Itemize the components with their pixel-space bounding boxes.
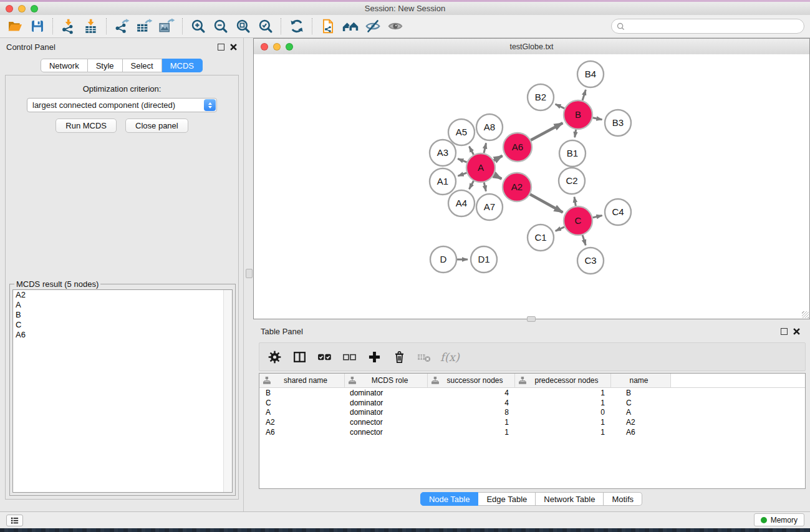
tab-mcds[interactable]: MCDS: [162, 59, 203, 72]
zoom-fit-icon[interactable]: [232, 16, 254, 36]
tab-select[interactable]: Select: [123, 59, 162, 72]
export-table-icon[interactable]: [133, 16, 156, 36]
tab-node-table[interactable]: Node Table: [420, 492, 479, 506]
table-settings-gear-icon[interactable]: [263, 346, 286, 368]
open-session-icon[interactable]: [4, 16, 26, 36]
graph-node-C2[interactable]: C2: [559, 168, 585, 194]
hide-selected-eye-icon[interactable]: [362, 16, 384, 36]
first-neighbors-icon[interactable]: [339, 16, 362, 36]
search-input[interactable]: [628, 21, 799, 31]
zoom-selected-icon[interactable]: [254, 16, 277, 36]
edge-B-B1[interactable]: [575, 130, 576, 138]
edge-A-A4[interactable]: [469, 181, 473, 189]
graph-node-D[interactable]: D: [430, 246, 456, 273]
edge-C-C2[interactable]: [574, 197, 576, 206]
graph-node-A4[interactable]: A4: [448, 190, 475, 216]
graph-node-D1[interactable]: D1: [471, 246, 497, 273]
show-graphics-details-eye-icon[interactable]: [384, 16, 407, 36]
tab-edge-table[interactable]: Edge Table: [478, 492, 536, 506]
splitter-grip[interactable]: [527, 316, 536, 322]
column-header-predecessor-nodes[interactable]: predecessor nodes: [515, 374, 611, 387]
close-panel-button[interactable]: Close panel: [125, 118, 188, 133]
mcds-result-item[interactable]: A6: [13, 330, 232, 340]
edge-A-A7[interactable]: [484, 182, 486, 191]
refresh-icon[interactable]: [286, 16, 308, 36]
graph-node-C4[interactable]: C4: [605, 199, 631, 225]
graph-node-A[interactable]: A: [466, 153, 495, 182]
edge-C-C1[interactable]: [556, 227, 564, 231]
graph-node-A6[interactable]: A6: [503, 133, 532, 162]
new-network-from-selection-icon[interactable]: [317, 16, 339, 36]
graph-node-A3[interactable]: A3: [430, 140, 456, 166]
mcds-result-item[interactable]: B: [13, 310, 232, 320]
mcds-result-item[interactable]: C: [13, 320, 232, 330]
edge-A-A3[interactable]: [458, 159, 466, 163]
table-row[interactable]: A6connector11A6: [259, 427, 805, 437]
graph-node-B4[interactable]: B4: [577, 61, 604, 87]
float-panel-icon[interactable]: [218, 44, 224, 51]
close-panel-icon[interactable]: [230, 44, 237, 51]
task-history-list-icon[interactable]: [6, 515, 23, 526]
mcds-result-item[interactable]: A: [13, 300, 232, 310]
edge-A-A2[interactable]: [494, 175, 501, 178]
table-row[interactable]: A2connector11A2: [259, 417, 805, 427]
tab-style[interactable]: Style: [88, 59, 123, 72]
column-header-successor-nodes[interactable]: successor nodes: [428, 374, 515, 387]
tab-network[interactable]: Network: [41, 59, 88, 72]
memory-button[interactable]: Memory: [754, 513, 804, 526]
edge-C-C4[interactable]: [592, 216, 602, 218]
splitter-grip[interactable]: [246, 269, 253, 278]
edge-B-B4[interactable]: [582, 90, 586, 100]
column-header-MCDS-role[interactable]: MCDS role: [345, 374, 428, 387]
export-network-icon[interactable]: [111, 16, 133, 36]
tab-motifs[interactable]: Motifs: [604, 492, 642, 506]
select-all-checkboxes-icon[interactable]: [313, 346, 335, 368]
graph-node-C3[interactable]: C3: [577, 248, 604, 274]
edge-B-B3[interactable]: [593, 118, 602, 120]
mcds-result-item[interactable]: A2: [13, 290, 232, 300]
import-table-icon[interactable]: [80, 16, 102, 36]
delete-columns-trash-icon[interactable]: [388, 346, 410, 368]
graph-node-B3[interactable]: B3: [605, 110, 631, 136]
add-column-icon[interactable]: [363, 346, 385, 368]
tab-network-table[interactable]: Network Table: [536, 492, 604, 506]
scrollbar-track[interactable]: [223, 290, 232, 492]
graph-node-A8[interactable]: A8: [476, 114, 503, 140]
export-image-icon[interactable]: [156, 16, 178, 36]
column-header-shared-name[interactable]: shared name: [259, 374, 345, 387]
split-columns-icon[interactable]: [288, 346, 311, 368]
edge-B-B2[interactable]: [556, 104, 565, 109]
import-network-icon[interactable]: [57, 16, 80, 36]
network-canvas[interactable]: B4B2BB3A8A5A6A3B1AC2A1A2A4A7C4CC1C3DD1: [254, 54, 809, 319]
graph-node-A2[interactable]: A2: [503, 173, 531, 201]
run-mcds-button[interactable]: Run MCDS: [55, 118, 117, 133]
graph-node-B1[interactable]: B1: [559, 140, 586, 167]
edge-C-C3[interactable]: [582, 235, 586, 245]
search-field[interactable]: [611, 19, 804, 34]
graph-node-A1[interactable]: A1: [430, 168, 456, 195]
edge-A2-C[interactable]: [530, 195, 562, 213]
optimization-criterion-select[interactable]: largest connected component (directed): [27, 98, 217, 112]
graph-node-C[interactable]: C: [564, 206, 592, 235]
float-panel-icon[interactable]: [781, 328, 788, 335]
table-row[interactable]: Bdominator41B: [259, 388, 805, 398]
save-session-icon[interactable]: [26, 16, 49, 36]
edge-A-A1[interactable]: [458, 173, 466, 176]
zoom-out-icon[interactable]: [210, 16, 232, 36]
edge-A-A8[interactable]: [484, 143, 486, 153]
resize-grip-icon[interactable]: [802, 311, 809, 318]
table-row[interactable]: Adominator80A: [259, 408, 805, 418]
column-header-name[interactable]: name: [611, 374, 671, 387]
mcds-result-list[interactable]: A2ABCA6: [12, 289, 233, 493]
graph-node-B2[interactable]: B2: [528, 84, 554, 110]
edge-A6-B[interactable]: [531, 123, 562, 140]
edge-A-A5[interactable]: [469, 147, 473, 155]
deselect-all-checkboxes-icon[interactable]: [338, 346, 360, 368]
graph-node-B[interactable]: B: [564, 100, 592, 129]
close-panel-icon[interactable]: [793, 328, 800, 335]
graph-node-A7[interactable]: A7: [476, 194, 503, 220]
edge-A-A6[interactable]: [494, 156, 503, 161]
table-row[interactable]: Cdominator41C: [259, 398, 805, 408]
graph-node-C1[interactable]: C1: [528, 225, 554, 251]
graph-node-A5[interactable]: A5: [448, 119, 475, 145]
